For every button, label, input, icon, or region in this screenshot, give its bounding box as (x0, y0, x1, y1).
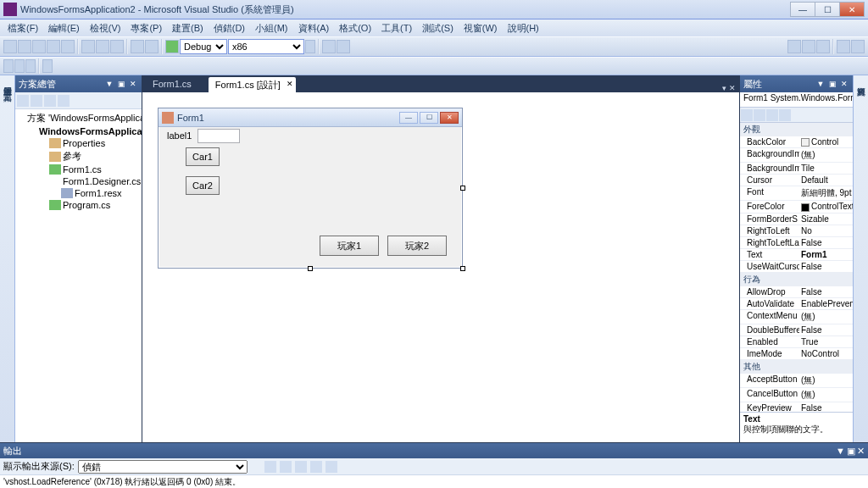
save-all-icon[interactable] (61, 40, 75, 53)
toggle-wrap-icon[interactable] (326, 461, 337, 473)
tab-nav[interactable]: ▾ ✕ (722, 84, 739, 92)
button-player2[interactable]: 玩家2 (387, 236, 447, 256)
tree-form1[interactable]: Form1.cs (17, 164, 140, 175)
design-form1[interactable]: Form1 — ☐ ✕ label1 Car1 Car2 玩家1 玩家2 (158, 108, 463, 269)
tab-form1-cs[interactable]: Form1.cs (146, 77, 207, 92)
close-panel-icon[interactable]: ✕ (857, 446, 865, 457)
events-icon[interactable] (779, 109, 791, 121)
grid-icon[interactable] (851, 40, 865, 53)
menu-view[interactable]: 檢視(V) (86, 20, 125, 36)
label1[interactable]: label1 (167, 130, 192, 141)
menu-window[interactable]: 視窗(W) (459, 20, 502, 36)
window-buttons: — ☐ ✕ (791, 2, 865, 17)
close-tab-icon[interactable]: ✕ (287, 80, 293, 88)
show-all-icon[interactable] (31, 95, 42, 107)
tree-form1-designer[interactable]: Form1.Designer.cs (17, 175, 140, 187)
categorized-icon[interactable] (741, 109, 753, 121)
resize-grip-icon[interactable] (308, 266, 313, 271)
new-project-icon[interactable] (3, 40, 17, 53)
button-car2[interactable]: Car2 (186, 176, 220, 195)
paste-icon[interactable] (110, 40, 124, 53)
tab-order-icon[interactable] (837, 40, 850, 53)
resize-grip-icon[interactable] (460, 266, 465, 271)
menu-build[interactable]: 建置(B) (168, 20, 208, 36)
uncomment-icon[interactable] (337, 40, 350, 53)
platform-select[interactable]: x86 (228, 39, 304, 54)
button-player1[interactable]: 玩家1 (320, 236, 379, 256)
open-icon[interactable] (18, 40, 31, 53)
clear-all-icon[interactable] (310, 461, 322, 473)
align-right-icon[interactable] (816, 40, 830, 53)
pin-icon[interactable]: ▣ (116, 79, 126, 89)
menu-test[interactable]: 測試(S) (418, 20, 458, 36)
menu-tools[interactable]: 工具(T) (377, 20, 416, 36)
step-out-icon[interactable] (25, 59, 36, 73)
maximize-button[interactable]: ☐ (815, 2, 840, 17)
dropdown-icon[interactable]: ▼ (836, 446, 845, 457)
form-designer[interactable]: Form1 — ☐ ✕ label1 Car1 Car2 玩家1 玩家2 (142, 92, 739, 442)
config-select[interactable]: Debug (180, 39, 227, 54)
panel-title: 輸出 (3, 445, 22, 458)
menu-edit[interactable]: 編輯(E) (44, 20, 84, 36)
add-item-icon[interactable] (32, 40, 46, 53)
textbox1[interactable] (198, 129, 240, 143)
property-object-select[interactable]: Form1 System.Windows.Forms.Fo (740, 92, 853, 108)
save-icon[interactable] (47, 40, 60, 53)
output-body[interactable]: 'vshost.LoadReference' (0x718) 執行緒以返回碼 0… (0, 475, 868, 488)
tree-project[interactable]: WindowsFormsApplication (17, 125, 140, 137)
minimize-button[interactable]: — (790, 2, 815, 17)
align-center-icon[interactable] (802, 40, 815, 53)
close-panel-icon[interactable]: ✕ (128, 79, 138, 89)
properties-icon[interactable] (17, 95, 29, 107)
redo-icon[interactable] (145, 40, 159, 53)
property-toolbar (740, 108, 853, 123)
menu-project[interactable]: 專案(P) (126, 20, 166, 36)
view-code-icon[interactable] (58, 95, 70, 107)
start-debug-icon[interactable] (165, 40, 179, 53)
find-icon[interactable] (305, 40, 315, 53)
menu-format[interactable]: 格式(O) (335, 20, 376, 36)
pin-icon[interactable]: ▣ (827, 79, 837, 89)
resize-grip-icon[interactable] (460, 186, 465, 191)
properties-icon[interactable] (766, 109, 778, 121)
step-over-icon[interactable] (14, 59, 25, 73)
cat-appearance[interactable]: 外觀 (740, 123, 853, 136)
refresh-icon[interactable] (44, 95, 56, 107)
cut-icon[interactable] (81, 40, 95, 53)
goto-next-icon[interactable] (295, 461, 307, 473)
menu-help[interactable]: 說明(H) (504, 20, 543, 36)
tree-form1-resx[interactable]: Form1.resx (17, 187, 140, 199)
align-left-icon[interactable] (787, 40, 801, 53)
alphabetical-icon[interactable] (754, 109, 765, 121)
output-source-select[interactable]: 偵錯 (78, 460, 248, 474)
undo-icon[interactable] (131, 40, 144, 53)
tree-references[interactable]: 參考 (17, 149, 140, 164)
editor-area: Form1.cs Form1.cs [設計]✕ ▾ ✕ Form1 — ☐ ✕ … (142, 75, 739, 442)
cat-behavior[interactable]: 行為 (740, 273, 853, 286)
cat-misc[interactable]: 其他 (740, 360, 853, 374)
find-message-icon[interactable] (264, 461, 276, 473)
tree-properties[interactable]: Properties (17, 137, 140, 149)
tree-program[interactable]: Program.cs (17, 199, 140, 211)
step-into-icon[interactable] (3, 59, 14, 73)
pin-icon[interactable]: ▣ (847, 446, 855, 457)
menu-team[interactable]: 小組(M) (251, 20, 292, 36)
copy-icon[interactable] (96, 40, 109, 53)
breakpoint-icon[interactable] (42, 59, 53, 73)
menu-debug[interactable]: 偵錯(D) (209, 20, 249, 36)
solution-tree[interactable]: 方案 'WindowsFormsApplication WindowsForms… (15, 109, 142, 442)
button-car1[interactable]: Car1 (186, 147, 220, 166)
menu-data[interactable]: 資料(A) (294, 20, 334, 36)
tab-form1-design[interactable]: Form1.cs [設計]✕ (209, 77, 296, 92)
close-button[interactable]: ✕ (839, 2, 865, 17)
property-grid[interactable]: 外觀 BackColorControl BackgroundIm(無) Back… (740, 123, 853, 412)
comment-icon[interactable] (322, 40, 336, 53)
tree-solution[interactable]: 方案 'WindowsFormsApplication (17, 111, 140, 125)
dropdown-icon[interactable]: ▼ (815, 79, 826, 89)
form-title-text: Form1 (177, 113, 204, 123)
dropdown-icon[interactable]: ▼ (104, 79, 114, 89)
close-panel-icon[interactable]: ✕ (839, 79, 849, 89)
goto-prev-icon[interactable] (280, 461, 292, 473)
form-body[interactable]: label1 Car1 Car2 玩家1 玩家2 (159, 127, 462, 268)
menu-file[interactable]: 檔案(F) (3, 20, 42, 36)
